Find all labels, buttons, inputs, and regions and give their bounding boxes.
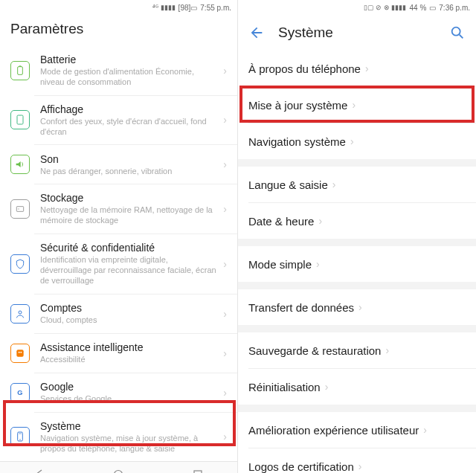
svg-rect-2 [17, 115, 23, 124]
svg-rect-1 [19, 65, 22, 66]
row-text: SystèmeNavigation système, mise à jour s… [40, 420, 219, 454]
row-subtitle: Accessibilité [40, 354, 219, 364]
row-subtitle: Confort des yeux, style d'écran d'accuei… [40, 116, 219, 138]
chevron-right-icon: › [325, 381, 329, 393]
chevron-right-icon: › [223, 114, 227, 126]
system-settings-screen: ▯▢ ⊘ ⊗ ▮▮▮▮ 44 % ▭ 7:36 p.m. Système À p… [238, 0, 476, 473]
row-label: Sécurité & confidentialité [40, 242, 219, 254]
chevron-right-icon: › [352, 99, 356, 111]
row-label: À propos du téléphone [248, 62, 361, 75]
svg-point-11 [19, 440, 20, 440]
row-text: StockageNettoyage de la mémoire RAM, net… [40, 192, 219, 226]
svg-rect-3 [16, 207, 23, 212]
row-label: Mode simple [248, 258, 312, 271]
row-subtitle: Nettoyage de la mémoire RAM, nettoyage d… [40, 205, 219, 226]
svg-point-5 [19, 311, 22, 314]
battery-icon [10, 61, 30, 80]
chevron-right-icon: › [223, 158, 227, 170]
row-subtitle: Cloud, comptes [40, 315, 219, 325]
row-subtitle: Identification via empreinte digitale, d… [40, 254, 219, 286]
row-label: Sauvegarde & restauration [248, 344, 381, 357]
row-label: Amélioration expérience utilisateur [248, 424, 419, 437]
signal-icon: ⁴ᴳ ▮▮▮▮ [152, 4, 176, 11]
row-subtitle: Mode de gestion d'alimentation Économie,… [40, 66, 219, 88]
setting-row-display[interactable]: AffichageConfort des yeux, style d'écran… [0, 96, 237, 145]
system-row[interactable]: Date & heure› [238, 203, 476, 239]
system-row[interactable]: Réinitialisation› [238, 369, 476, 405]
system-icon [10, 427, 30, 446]
svg-point-12 [115, 470, 123, 473]
svg-point-4 [18, 208, 19, 209]
chevron-right-icon: › [358, 460, 362, 472]
row-text: SonNe pas déranger, sonnerie, vibration [40, 153, 219, 176]
security-icon [10, 254, 30, 274]
status-icons: ▯▢ ⊘ ⊗ ▮▮▮▮ [364, 4, 407, 11]
setting-row-assist[interactable]: Assistance intelligenteAccessibilité› [0, 334, 237, 373]
row-label: Système [40, 420, 219, 432]
row-text: AffichageConfort des yeux, style d'écran… [40, 103, 219, 138]
system-row[interactable]: Mode simple› [238, 246, 476, 282]
row-label: Langue & saisie [248, 178, 328, 191]
battery-icon: ▭ [429, 4, 436, 12]
row-label: Son [40, 153, 219, 165]
google-icon: G [10, 383, 30, 402]
row-label: Logos de certification [248, 460, 354, 473]
chevron-right-icon: › [223, 347, 227, 359]
row-text: ComptesCloud, comptes [40, 302, 219, 325]
system-row[interactable]: Sauvegarde & restauration› [238, 332, 476, 368]
svg-point-8 [20, 351, 22, 353]
system-row[interactable]: Mise à jour système› [238, 87, 476, 123]
storage-icon [10, 199, 30, 219]
chevron-right-icon: › [350, 135, 354, 147]
chevron-right-icon: › [223, 308, 227, 320]
chevron-right-icon: › [423, 424, 427, 436]
system-row[interactable]: Amélioration expérience utilisateur› [238, 412, 476, 448]
system-row[interactable]: À propos du téléphone› [238, 51, 476, 86]
sound-icon [10, 155, 30, 174]
chevron-right-icon: › [223, 65, 227, 77]
svg-text:G: G [17, 389, 22, 396]
system-row[interactable]: Langue & saisie› [238, 167, 476, 202]
row-subtitle: Services de Google [40, 393, 219, 404]
system-row[interactable]: Logos de certification› [238, 448, 476, 473]
setting-row-battery[interactable]: BatterieMode de gestion d'alimentation É… [0, 46, 237, 95]
setting-row-storage[interactable]: StockageNettoyage de la mémoire RAM, net… [0, 184, 237, 234]
row-text: Assistance intelligenteAccessibilité [40, 341, 219, 364]
chevron-right-icon: › [316, 258, 320, 270]
nav-home-icon[interactable] [107, 463, 129, 473]
chevron-right-icon: › [385, 344, 389, 356]
row-label: Assistance intelligente [40, 341, 219, 353]
setting-row-accounts[interactable]: ComptesCloud, comptes› [0, 295, 237, 333]
android-nav-bar [0, 461, 237, 473]
row-subtitle: Ne pas déranger, sonnerie, vibration [40, 166, 219, 176]
row-label: Réinitialisation [248, 381, 321, 393]
search-icon[interactable] [449, 25, 466, 41]
row-label: Stockage [40, 192, 219, 204]
back-arrow-icon[interactable] [248, 25, 265, 41]
page-title: Système [278, 25, 449, 41]
nav-back-icon[interactable] [28, 463, 51, 473]
system-row[interactable]: Transfert de données› [238, 289, 476, 325]
status-bar: ⁴ᴳ ▮▮▮▮ [98]▭ 7:55 p.m. [0, 0, 237, 15]
system-list[interactable]: À propos du téléphone›Mise à jour systèm… [238, 51, 476, 473]
row-text: BatterieMode de gestion d'alimentation É… [40, 54, 219, 88]
chevron-right-icon: › [332, 178, 336, 190]
system-row[interactable]: Navigation système› [238, 123, 476, 159]
row-label: Mise à jour système [248, 99, 347, 112]
chevron-right-icon: › [358, 301, 362, 313]
chevron-right-icon: › [223, 203, 227, 215]
row-label: Navigation système [248, 135, 346, 148]
row-text: Sécurité & confidentialitéIdentification… [40, 242, 219, 286]
setting-row-sound[interactable]: SonNe pas déranger, sonnerie, vibration› [0, 145, 237, 184]
battery-icon: [98]▭ [178, 4, 198, 12]
settings-list[interactable]: BatterieMode de gestion d'alimentation É… [0, 46, 237, 461]
setting-row-system[interactable]: SystèmeNavigation système, mise à jour s… [0, 413, 237, 462]
row-text: GoogleServices de Google [40, 381, 219, 404]
svg-point-7 [19, 351, 20, 353]
setting-row-security[interactable]: Sécurité & confidentialitéIdentification… [0, 234, 237, 294]
row-label: Google [40, 381, 219, 393]
nav-recents-icon[interactable] [187, 463, 209, 473]
chevron-right-icon: › [223, 258, 227, 270]
setting-row-google[interactable]: GGoogleServices de Google› [0, 373, 237, 412]
battery-text: 44 % [410, 4, 427, 12]
